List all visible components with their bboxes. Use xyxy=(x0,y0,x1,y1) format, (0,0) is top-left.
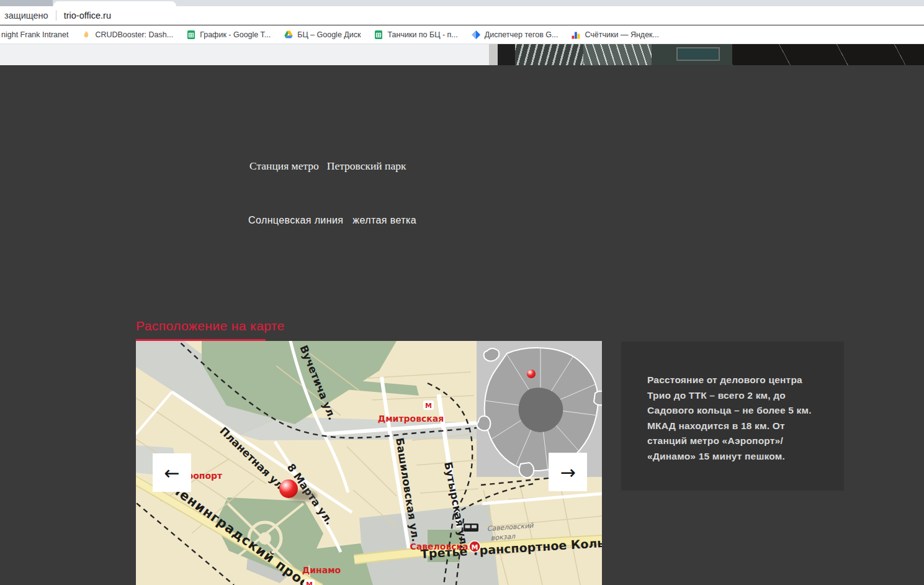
bookmark-knight-frank[interactable]: night Frank Intranet xyxy=(1,30,68,39)
minimap-marker-dot xyxy=(527,370,536,378)
photo-fragment xyxy=(515,44,583,65)
marker-ball-icon xyxy=(279,479,298,498)
address-bar[interactable]: защищено trio-office.ru xyxy=(0,6,924,25)
browser-tab-strip xyxy=(0,0,924,6)
yandex-metrica-icon xyxy=(571,30,581,40)
train-icon xyxy=(464,524,478,532)
security-label: защищено xyxy=(4,11,48,20)
google-tag-manager-icon xyxy=(471,30,481,40)
map-slide[interactable]: Вучетича ул. Планетная ул. 8 Марта ул. Л… xyxy=(136,341,602,585)
next-slide-button[interactable]: → xyxy=(549,453,587,491)
metro-station-value: Петровский парк xyxy=(327,160,406,173)
building-photo xyxy=(489,44,924,65)
bookmark-yandex-metrica[interactable]: Счётчики — Яндек... xyxy=(571,30,659,40)
distance-info-text: Расстояние от делового центра Трио до ТТ… xyxy=(647,373,822,464)
prev-slide-button[interactable]: ← xyxy=(153,453,191,492)
bookmark-grafik-sheets[interactable]: График - Google T... xyxy=(186,30,271,40)
bookmarks-bar: night Frank Intranet CRUDBooster: Dash..… xyxy=(0,25,924,44)
screenshot-root: защищено trio-office.ru night Frank Intr… xyxy=(0,0,924,585)
right-arrow-icon: → xyxy=(560,461,575,483)
bookmark-label: Диспетчер тегов G... xyxy=(485,30,558,39)
metro-line-label: Солнцевская линия xyxy=(248,215,343,226)
photo-fragment xyxy=(498,44,515,65)
metro-station-row: Станция метро Петровский парк xyxy=(249,160,406,173)
metro-line-value: желтая ветка xyxy=(352,215,416,226)
metro-line-row: Солнцевская линия желтая ветка xyxy=(248,215,416,226)
metro-label-dmitrovskaya: Дмитровская xyxy=(378,414,444,424)
left-arrow-icon: ← xyxy=(164,462,179,484)
metro-m-icon: М xyxy=(425,402,432,410)
address-divider xyxy=(56,11,56,20)
flame-icon xyxy=(81,30,91,40)
bookmark-label: CRUDBooster: Dash... xyxy=(95,30,173,39)
bookmark-crudbooster[interactable]: CRUDBooster: Dash... xyxy=(81,30,173,40)
bookmark-label: Танчики по БЦ - п... xyxy=(387,30,457,39)
bookmark-tag-manager[interactable]: Диспетчер тегов G... xyxy=(471,30,558,40)
page-light-section xyxy=(0,44,489,65)
metro-label-dinamo: Динамо xyxy=(302,565,341,575)
photo-fragment xyxy=(583,44,652,65)
bookmark-label: График - Google T... xyxy=(200,30,271,39)
tab-strip-edge xyxy=(0,0,53,6)
bookmark-label: Счётчики — Яндек... xyxy=(585,30,659,39)
photo-fragment xyxy=(652,44,732,65)
metro-m-icon: М xyxy=(306,581,313,585)
bookmark-label: БЦ – Google Диск xyxy=(297,30,361,39)
address-url[interactable]: trio-office.ru xyxy=(64,11,111,20)
metro-m-icon: М xyxy=(472,543,478,551)
metro-label-savelovskaya: Савеловская xyxy=(410,542,473,551)
google-sheets-icon xyxy=(374,30,384,40)
google-drive-icon xyxy=(284,30,294,40)
photo-fragment xyxy=(489,44,498,65)
metro-station-label: Станция метро xyxy=(249,160,319,173)
bookmark-tanchiki-sheets[interactable]: Танчики по БЦ - п... xyxy=(374,30,457,40)
bookmark-google-drive[interactable]: БЦ – Google Диск xyxy=(284,30,361,40)
map-image[interactable]: Вучетича ул. Планетная ул. 8 Марта ул. Л… xyxy=(136,341,602,585)
distance-info-box: Расстояние от делового центра Трио до ТТ… xyxy=(621,342,844,491)
google-sheets-icon xyxy=(186,30,196,40)
photo-fragment xyxy=(732,44,924,65)
section-title: Расположение на карте xyxy=(136,319,285,333)
bookmark-label: night Frank Intranet xyxy=(1,30,68,39)
